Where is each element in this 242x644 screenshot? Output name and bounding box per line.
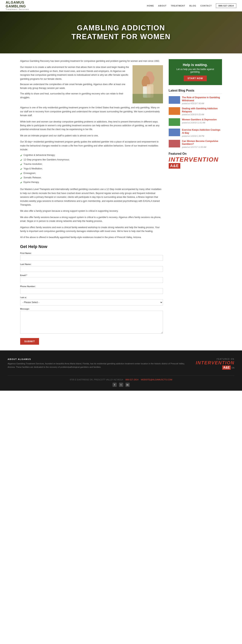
footer-ae-logo: A&E — [222, 366, 231, 370]
nav-phone[interactable]: 888-527-2814 — [216, 4, 236, 8]
therapists-paragraph: Our Masters Level Therapists and interna… — [20, 187, 163, 207]
all-offered-paragraph: All of the above is offered in beautiful… — [20, 236, 163, 239]
blog-post-date-1: posted at 4/25/18 7:45 AM — [182, 102, 222, 104]
blog-post-link-5[interactable]: Can Women Become Compulsive Gamblers? — [182, 140, 222, 146]
footer-top: ABOUT ALGAMUS Algamus Gambling Treatment… — [8, 358, 234, 370]
family2-paragraph: We also offer family sessions because a … — [20, 215, 163, 223]
i-am-group: I am a: - Please Select - Patient Family… — [20, 296, 163, 306]
list-item: ✔12-Step programs like Gamblers Anonymou… — [20, 158, 163, 162]
blog-post-date-3: posted at 2/19/18 11:01 AM — [182, 122, 217, 124]
female-group-paragraph: Because we understand the complexities o… — [20, 82, 130, 90]
blog-post-5: Can Women Become Compulsive Gamblers? po… — [169, 140, 222, 148]
svg-point-6 — [143, 76, 149, 82]
blog-section: Latest Blog Posts The Role of Dopamine i… — [169, 89, 222, 148]
featured-label: Featured On — [169, 152, 222, 156]
community-paragraph: The ability to share and heal, surrounde… — [20, 92, 130, 100]
check-icon: ✔ — [20, 167, 22, 171]
first-name-input[interactable] — [20, 255, 163, 261]
footer-featured-label: FEATURED ON — [196, 358, 234, 360]
mission-paragraph: Our mission is to create a safe environm… — [20, 65, 130, 81]
blog-post-2: Dealing with Gambling Addiction Relapses… — [169, 107, 222, 116]
message-label: Message: — [20, 308, 163, 310]
footer: ABOUT ALGAMUS Algamus Gambling Treatment… — [0, 350, 242, 391]
footer-social: f t in — [8, 383, 234, 387]
check-icon: ✔ — [20, 176, 22, 180]
blog-post-1: The Role of Dopamine in Gambling Withdra… — [169, 96, 222, 104]
thirty-day-paragraph: Our 30-day+ residential gambling treatme… — [20, 140, 163, 152]
email-group: Email:* — [20, 274, 163, 283]
blog-post-3: Women Gamblers & Depression posted at 2/… — [169, 118, 222, 126]
list-item: ✔Equine therapy. — [20, 181, 163, 185]
blog-thumb-4 — [169, 128, 180, 136]
footer-phone-link[interactable]: 888-527-2814 — [125, 378, 139, 381]
footer-website-link[interactable]: WEBSITE@ALGAMUSCTS.COM — [141, 378, 172, 381]
twitter-icon[interactable]: t — [119, 383, 123, 387]
check-icon: ✔ — [20, 172, 22, 176]
i-am-label: I am a: — [20, 296, 163, 298]
footer-address: 8705 E EASTRIDGE DR, PRESCOTT VALLEY AZ … — [8, 378, 234, 381]
nav-contact[interactable]: CONTACT — [201, 4, 212, 7]
blog-post-link-4[interactable]: Exercise Keeps Addiction Cravings At Bay — [182, 128, 222, 134]
main-content: Algamus Gambling Recovery has been provi… — [16, 54, 226, 350]
family3-paragraph: Algamus offers family sessions and even … — [20, 226, 163, 233]
intimate-paragraph: We are an intimate program and our staff… — [20, 134, 163, 138]
blog-post-link-3[interactable]: Women Gamblers & Depression — [182, 118, 217, 121]
blog-thumb-2 — [169, 107, 180, 115]
blog-heading: Latest Blog Posts — [169, 89, 222, 94]
footer-on-text: ON — [232, 367, 234, 369]
last-name-input[interactable] — [20, 266, 163, 272]
message-textarea[interactable] — [20, 311, 163, 334]
phone-label: Phone Number: — [20, 285, 163, 288]
nav-treatment[interactable]: TREATMENT — [171, 4, 185, 7]
help-title: Help is waiting. — [172, 63, 218, 67]
blog-post-text-3: Women Gamblers & Depression posted at 2/… — [182, 118, 217, 124]
list-item: ✔Enneagram; — [20, 172, 163, 176]
facebook-icon[interactable]: f — [113, 383, 117, 387]
form-heading: Get Help Now — [20, 244, 163, 249]
check-icon: ✔ — [20, 158, 22, 162]
submit-button[interactable]: SUBMIT — [20, 338, 39, 345]
footer-about: ABOUT ALGAMUS Algamus Gambling Treatment… — [8, 358, 188, 370]
blog-post-date-2: posted at 3/28/18 9:25 AM — [182, 114, 222, 116]
blog-post-date-5: posted at 12/17/17 11:00 AM — [182, 146, 222, 148]
i-am-select[interactable]: - Please Select - Patient Family Member … — [20, 299, 163, 306]
blog-post-text-5: Can Women Become Compulsive Gamblers? po… — [182, 140, 222, 148]
footer-bottom: 8705 E EASTRIDGE DR, PRESCOTT VALLEY AZ … — [8, 376, 234, 387]
email-label: Email:* — [20, 274, 163, 276]
social-icon-3[interactable]: in — [125, 383, 130, 387]
footer-about-text: Algamus Gambling Treatment Services, fou… — [8, 362, 188, 369]
get-help-form-section: Get Help Now First Name: Last Name: Emai… — [20, 244, 163, 345]
blog-post-4: Exercise Keeps Addiction Cravings At Bay… — [169, 128, 222, 137]
first-name-group: First Name: — [20, 252, 163, 261]
blog-post-link-2[interactable]: Dealing with Gambling Addiction Relapses — [182, 107, 222, 113]
nav-blog[interactable]: BLOG — [189, 4, 196, 7]
hero-title: GAMBLING ADDICTION TREATMENT FOR WOMEN — [54, 24, 188, 41]
nav-links: HOME ABOUT TREATMENT BLOG CONTACT 888-52… — [147, 4, 236, 8]
develop-paragraph: While both men and women can develop com… — [20, 120, 163, 132]
hero-section: GAMBLING ADDICTION TREATMENT FOR WOMEN — [0, 12, 242, 54]
blog-post-date-4: posted at 1/23/18 1:38 PM — [182, 135, 222, 137]
footer-intervention-logo: INTERVENTION — [196, 360, 234, 366]
list-item: ✔Somatic Release; — [20, 176, 163, 180]
check-icon: ✔ — [20, 181, 22, 185]
nav-about[interactable]: ABOUT — [158, 4, 167, 7]
content-area: Algamus Gambling Recovery has been provi… — [20, 59, 163, 345]
phone-input[interactable] — [20, 288, 163, 294]
first-name-label: First Name: — [20, 252, 163, 254]
intro-paragraph: Algamus Gambling Recovery has been provi… — [20, 59, 163, 63]
sidebar: Help is waiting. Let us help you win the… — [169, 59, 222, 345]
residential-paragraph: Algamus is one of the only residential g… — [20, 106, 163, 117]
ae-logo: A&E — [169, 163, 180, 169]
list-item: ✔Yoga & Meditation; — [20, 167, 163, 171]
nav-home[interactable]: HOME — [147, 4, 154, 7]
list-item: ✔Cognitive & behavioral therapy; — [20, 154, 163, 158]
family1-paragraph: We also offer a family program because a… — [20, 209, 163, 213]
message-group: Message: — [20, 308, 163, 334]
mission-text: Our mission is to create a safe environm… — [20, 65, 130, 104]
blog-post-link-1[interactable]: The Role of Dopamine in Gambling Withdra… — [182, 96, 222, 102]
blog-post-text-4: Exercise Keeps Addiction Cravings At Bay… — [182, 128, 222, 137]
help-subtitle: Let us help you win the battle against g… — [172, 68, 218, 73]
email-input[interactable] — [20, 277, 163, 283]
start-now-button[interactable]: START NOW — [184, 76, 207, 81]
site-logo[interactable]: ALGAMUS GAMBLING Treatment Services — [6, 1, 29, 10]
